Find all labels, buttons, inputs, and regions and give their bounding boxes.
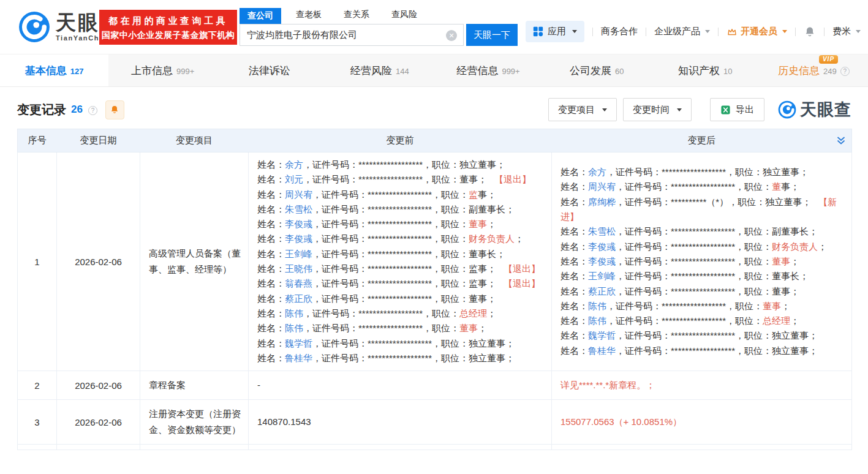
field-label: ，职位： bbox=[432, 353, 469, 363]
tab-history-info[interactable]: 历史信息 VIP 249 ? bbox=[760, 55, 868, 86]
person-link[interactable]: 蔡正欣 bbox=[588, 286, 616, 296]
field-label: 姓名： bbox=[257, 293, 285, 304]
field-label: 姓名： bbox=[257, 219, 285, 229]
field-label: 姓名： bbox=[257, 189, 285, 200]
position-value: 独立董事 bbox=[765, 197, 802, 207]
field-label: ，证件号码： bbox=[303, 174, 358, 184]
user-menu[interactable]: 费米 bbox=[832, 26, 861, 37]
tab-operational-risk[interactable]: 经营风险 144 bbox=[325, 55, 434, 86]
chevron-down-icon bbox=[677, 108, 682, 111]
person-link[interactable]: 陈伟 bbox=[588, 301, 606, 311]
person-link[interactable]: 陈伟 bbox=[588, 315, 606, 326]
masked-id-number: ****************** bbox=[368, 338, 432, 348]
tab-company-development[interactable]: 公司发展 60 bbox=[543, 55, 651, 86]
expand-all-icon[interactable] bbox=[836, 136, 846, 146]
filter-label: 变更项目 bbox=[558, 104, 595, 116]
tab-listing-info[interactable]: 上市信息 999+ bbox=[108, 55, 217, 86]
tab-basic-info[interactable]: 基本信息 127 bbox=[0, 55, 108, 86]
person-link[interactable]: 周兴宥 bbox=[285, 189, 312, 200]
business-cooperation-link[interactable]: 商务合作 bbox=[601, 26, 638, 37]
search-input-wrap: ✕ bbox=[240, 24, 464, 46]
person-link[interactable]: 魏学哲 bbox=[285, 338, 312, 348]
chevron-down-icon bbox=[572, 30, 577, 33]
excel-icon bbox=[720, 105, 731, 115]
help-icon[interactable]: ? bbox=[840, 67, 850, 76]
person-link[interactable]: 魏学哲 bbox=[588, 330, 616, 340]
clear-icon[interactable]: ✕ bbox=[446, 30, 457, 41]
change-entry: 姓名：王晓伟，证件号码：******************，职位：监事；【退出… bbox=[257, 261, 543, 276]
separator-text: ； bbox=[478, 174, 487, 184]
position-value: 事 bbox=[478, 189, 487, 200]
grid-icon bbox=[533, 26, 543, 37]
masked-id-number: ****************** bbox=[671, 271, 735, 281]
notification-bell-icon[interactable] bbox=[804, 26, 816, 38]
person-link[interactable]: 李俊彧 bbox=[285, 233, 312, 244]
field-label: 姓名： bbox=[257, 204, 285, 214]
person-link[interactable]: 席绚桦 bbox=[588, 197, 616, 207]
search-button[interactable]: 天眼一下 bbox=[466, 24, 518, 46]
person-link[interactable]: 鲁桂华 bbox=[285, 353, 312, 363]
tianyancha-swirl-icon bbox=[18, 11, 50, 43]
search-tab-company[interactable]: 查公司 bbox=[240, 8, 281, 24]
search-input[interactable] bbox=[240, 24, 463, 45]
position-value: 事 bbox=[781, 181, 790, 192]
search-tab-boss[interactable]: 查老板 bbox=[296, 9, 322, 24]
col-header-after-label: 变更后 bbox=[688, 135, 715, 145]
promo-banner: 都在用的商业查询工具 国家中小企业发展子基金旗下机构 bbox=[99, 10, 237, 45]
person-link[interactable]: 翁春燕 bbox=[285, 278, 312, 288]
person-link[interactable]: 周兴宥 bbox=[588, 181, 616, 192]
enterprise-products-menu[interactable]: 企业级产品 bbox=[654, 26, 710, 37]
export-button[interactable]: 导出 bbox=[710, 98, 764, 121]
open-vip-menu[interactable]: 开通会员 bbox=[726, 26, 787, 37]
separator-text: ； bbox=[809, 330, 818, 340]
masked-id-number: ****************** bbox=[671, 256, 735, 266]
field-label: 姓名： bbox=[257, 308, 285, 318]
position-value: 独立董事 bbox=[772, 345, 809, 356]
tab-legal-proceedings[interactable]: 法律诉讼 bbox=[217, 55, 325, 86]
row-no: 1 bbox=[18, 152, 57, 371]
filter-change-project-dropdown[interactable]: 变更项目 bbox=[548, 98, 617, 121]
masked-id-number: ****************** bbox=[368, 293, 432, 304]
change-entry: 姓名：李俊彧，证件号码：******************，职位：董事； bbox=[560, 254, 843, 269]
person-link[interactable]: 陈伟 bbox=[285, 323, 303, 333]
masked-id-number: ****************** bbox=[671, 241, 735, 252]
monitor-bell-button[interactable] bbox=[105, 100, 124, 119]
position-value: 总经理 bbox=[763, 315, 790, 326]
field-label: 姓名： bbox=[257, 159, 285, 170]
search-tab-relations[interactable]: 查关系 bbox=[344, 9, 369, 24]
field-label: ，职位： bbox=[432, 293, 469, 304]
help-icon[interactable]: ? bbox=[88, 106, 97, 115]
field-label: ，证件号码： bbox=[616, 256, 671, 266]
person-link[interactable]: 李俊彧 bbox=[588, 241, 616, 252]
person-link[interactable]: 陈伟 bbox=[285, 308, 303, 318]
position-value: 董事 bbox=[469, 219, 487, 229]
change-entry: 姓名：魏学哲，证件号码：******************，职位：独立董事； bbox=[560, 328, 843, 343]
person-link[interactable]: 蔡正欣 bbox=[285, 293, 312, 304]
separator-text: ； bbox=[487, 219, 496, 229]
field-label: ，职位： bbox=[726, 167, 763, 177]
person-link[interactable]: 王晓伟 bbox=[285, 263, 312, 274]
person-link[interactable]: 王剑峰 bbox=[588, 271, 616, 281]
divider bbox=[824, 28, 825, 36]
tab-count: 10 bbox=[723, 67, 732, 76]
separator-text: ； bbox=[487, 263, 496, 274]
change-records-table: 序号 变更日期 变更项目 变更前 变更后 1 2026-02-06 高级管理人员… bbox=[17, 129, 852, 450]
field-label: ，职位： bbox=[735, 345, 772, 356]
person-link[interactable]: 余方 bbox=[285, 159, 303, 170]
tab-business-info[interactable]: 经营信息 999+ bbox=[434, 55, 543, 86]
search-tab-risk[interactable]: 查风险 bbox=[391, 9, 417, 24]
person-link[interactable]: 朱雪松 bbox=[285, 204, 312, 214]
apps-menu[interactable]: 应用 bbox=[526, 21, 584, 42]
person-link[interactable]: 朱雪松 bbox=[588, 226, 616, 236]
separator-text: ； bbox=[809, 345, 818, 356]
person-link[interactable]: 李俊彧 bbox=[285, 219, 312, 229]
tab-intellectual-property[interactable]: 知识产权 10 bbox=[651, 55, 760, 86]
person-link[interactable]: 鲁桂华 bbox=[588, 345, 616, 356]
masked-id-number: ****************** bbox=[368, 219, 432, 229]
person-link[interactable]: 王剑峰 bbox=[285, 249, 312, 259]
field-label: ，职位： bbox=[735, 241, 772, 252]
filter-change-time-dropdown[interactable]: 变更时间 bbox=[623, 98, 692, 121]
person-link[interactable]: 刘元 bbox=[285, 174, 303, 184]
person-link[interactable]: 余方 bbox=[588, 167, 606, 177]
person-link[interactable]: 李俊彧 bbox=[588, 256, 616, 266]
